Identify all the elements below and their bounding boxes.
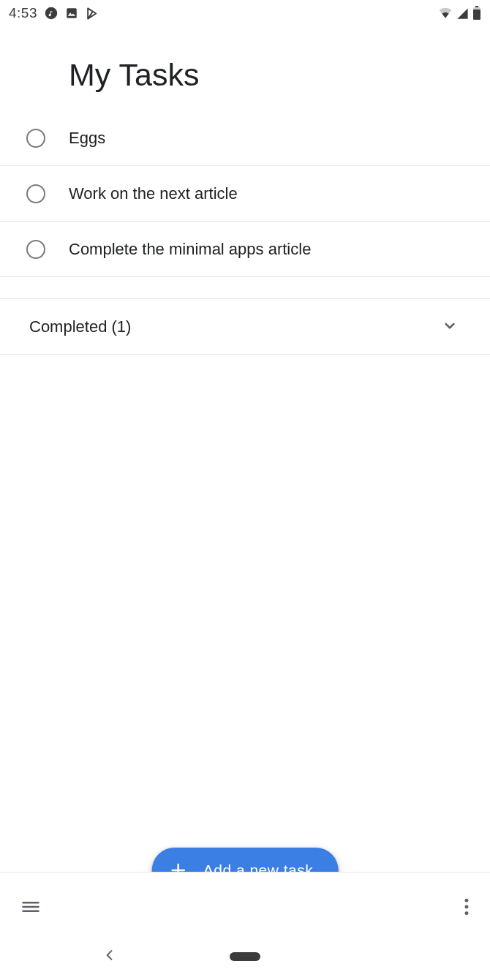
music-note-icon xyxy=(45,7,58,20)
svg-rect-2 xyxy=(475,6,478,7)
svg-rect-1 xyxy=(67,8,77,18)
task-row[interactable]: Work on the next article xyxy=(0,166,490,222)
menu-icon[interactable] xyxy=(20,897,41,920)
status-bar-left: 4:53 xyxy=(9,5,99,21)
status-bar-right xyxy=(438,6,481,20)
wifi-icon xyxy=(438,6,453,20)
more-vert-icon[interactable] xyxy=(464,897,470,919)
task-title: Complete the minimal apps article xyxy=(69,240,311,259)
image-icon xyxy=(65,7,78,20)
svg-point-7 xyxy=(465,911,469,915)
chevron-down-icon xyxy=(440,316,459,338)
svg-point-5 xyxy=(465,898,469,902)
task-checkbox-circle[interactable] xyxy=(26,129,45,148)
system-nav-bar xyxy=(0,933,490,980)
status-bar: 4:53 xyxy=(0,0,490,26)
svg-point-0 xyxy=(45,7,58,20)
task-checkbox-circle[interactable] xyxy=(26,184,45,203)
task-row[interactable]: Eggs xyxy=(0,110,490,166)
play-store-icon xyxy=(86,7,99,20)
task-title: Eggs xyxy=(69,129,105,148)
task-row[interactable]: Complete the minimal apps article xyxy=(0,222,490,277)
back-icon[interactable] xyxy=(102,948,117,965)
home-pill[interactable] xyxy=(230,952,260,961)
completed-label: Completed (1) xyxy=(29,317,131,336)
task-list: Eggs Work on the next article Complete t… xyxy=(0,110,490,355)
page-title: My Tasks xyxy=(0,26,490,110)
bottom-app-bar xyxy=(0,872,490,933)
svg-rect-4 xyxy=(473,10,480,20)
task-checkbox-circle[interactable] xyxy=(26,240,45,259)
battery-icon xyxy=(472,6,481,20)
task-title: Work on the next article xyxy=(69,184,238,203)
svg-point-6 xyxy=(465,905,469,908)
cell-signal-icon xyxy=(456,7,470,20)
status-time: 4:53 xyxy=(9,5,37,21)
list-spacer xyxy=(0,277,490,299)
completed-section-toggle[interactable]: Completed (1) xyxy=(0,299,490,355)
